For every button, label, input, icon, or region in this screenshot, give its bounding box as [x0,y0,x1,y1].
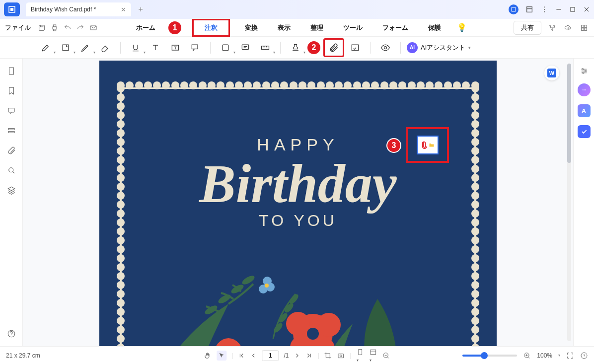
lightbulb-icon[interactable]: 💡 [456,22,468,33]
text-tool[interactable] [147,40,164,56]
note-tool[interactable] [57,40,74,56]
svg-rect-6 [571,7,575,11]
stamp-tool[interactable] [287,40,304,56]
svg-point-60 [582,89,583,90]
next-page-icon[interactable] [294,352,300,359]
help-icon[interactable] [7,329,16,338]
separator [370,42,371,54]
panel-icon[interactable] [525,5,533,13]
svg-rect-9 [39,25,45,30]
highlight-tool[interactable] [37,40,55,56]
check-icon[interactable] [578,125,591,138]
measure-tool[interactable] [256,40,274,56]
thumbnails-icon[interactable] [7,67,16,75]
close-tab-icon[interactable]: ✕ [121,6,126,13]
last-page-icon[interactable] [305,352,312,359]
underline-tool[interactable] [127,40,145,56]
svg-rect-19 [585,25,587,27]
email-icon[interactable] [88,23,98,33]
svg-rect-30 [9,68,13,74]
single-page-icon[interactable]: ▾ [357,348,365,363]
brand-icon[interactable] [509,4,519,14]
tab-annotate[interactable]: 注釈 [192,19,230,37]
properties-icon[interactable] [580,67,589,75]
snapshot-icon[interactable] [337,352,345,360]
callout-tool[interactable] [186,40,204,56]
svg-point-50 [214,338,243,346]
grid-icon[interactable] [579,23,589,33]
maximize-icon[interactable] [569,6,576,13]
tab-convert[interactable]: 変換 [240,20,263,35]
separator [400,42,401,54]
fit-screen-icon[interactable] [566,352,574,360]
new-tab-button[interactable]: + [138,5,143,14]
first-page-icon[interactable] [238,352,245,359]
tab-tools[interactable]: ツール [338,20,368,35]
svg-point-17 [552,29,553,30]
tab-form[interactable]: フォーム [377,20,413,35]
undo-icon[interactable] [63,23,73,33]
chat-icon[interactable] [578,83,591,96]
tab-view[interactable]: 表示 [273,20,296,35]
search-panel-icon[interactable] [7,166,16,175]
tab-organize[interactable]: 整理 [305,20,328,35]
read-mode-icon[interactable]: ▾ [370,348,377,363]
redo-icon[interactable] [75,23,85,33]
svg-point-58 [585,71,586,72]
print-icon[interactable] [50,23,60,33]
word-export-button[interactable]: W [544,66,559,80]
svg-rect-18 [582,25,584,27]
svg-point-43 [290,294,299,304]
paperclip-icon [420,140,427,150]
textbox-tool[interactable] [166,40,184,56]
eraser-tool[interactable] [96,40,114,56]
history-icon[interactable] [580,352,588,360]
step-2-badge: 2 [306,40,321,55]
share-button[interactable]: 共有 [514,21,541,35]
scrollbar-thumb[interactable] [567,64,571,163]
attachment-annotation[interactable]: 3 [406,127,449,163]
cloud-upload-icon[interactable] [563,23,573,33]
layers-icon[interactable] [7,186,16,195]
right-sidebar: A [573,59,594,346]
prev-page-icon[interactable] [250,352,257,359]
zoom-value: 100% [537,352,552,359]
ai-assistant-button[interactable]: AI AIアシスタント ▾ [407,42,471,53]
save-icon[interactable] [37,23,47,33]
minimize-icon[interactable] [555,6,562,13]
svg-point-49 [307,328,319,340]
close-window-icon[interactable] [583,6,590,13]
pdf-page: HAPPY Birthday TO YOU 3 [99,61,497,346]
attachment-panel-icon[interactable] [7,146,16,155]
pencil-tool[interactable] [76,40,94,56]
file-menu[interactable]: ファイル [5,23,31,32]
comment-tool[interactable] [236,40,254,56]
decorative-flowers [99,269,497,346]
translate-icon[interactable]: A [578,104,591,117]
shape-tool[interactable] [217,40,234,56]
folder-icon [428,142,435,148]
canvas[interactable]: W HAPPY Birthday TO YOU 3 [23,59,573,346]
document-tab[interactable]: Birthday Wish Card.pdf * ✕ [26,2,131,16]
sitemap-icon[interactable] [547,23,557,33]
more-icon[interactable] [540,5,548,13]
hand-tool-icon[interactable] [204,352,212,360]
zoom-in-icon[interactable] [523,352,531,360]
attachment-tool[interactable] [323,38,344,57]
zoom-slider[interactable] [462,355,517,357]
tab-home[interactable]: ホーム [131,20,160,35]
attachment-icon-group [417,136,439,154]
tab-protect[interactable]: 保護 [423,20,446,35]
bookmark-icon[interactable] [7,86,16,95]
signature-tool[interactable] [346,40,364,56]
hide-annotations-tool[interactable] [376,40,394,56]
select-tool-icon[interactable] [217,351,226,361]
zoom-out-icon[interactable] [382,352,390,360]
svg-rect-11 [53,27,57,29]
page-number-input[interactable] [262,350,279,361]
comment-panel-icon[interactable] [7,106,16,115]
left-sidebar [0,59,23,346]
fields-icon[interactable] [7,126,16,135]
svg-rect-21 [585,28,587,30]
crop-icon[interactable] [324,352,332,360]
